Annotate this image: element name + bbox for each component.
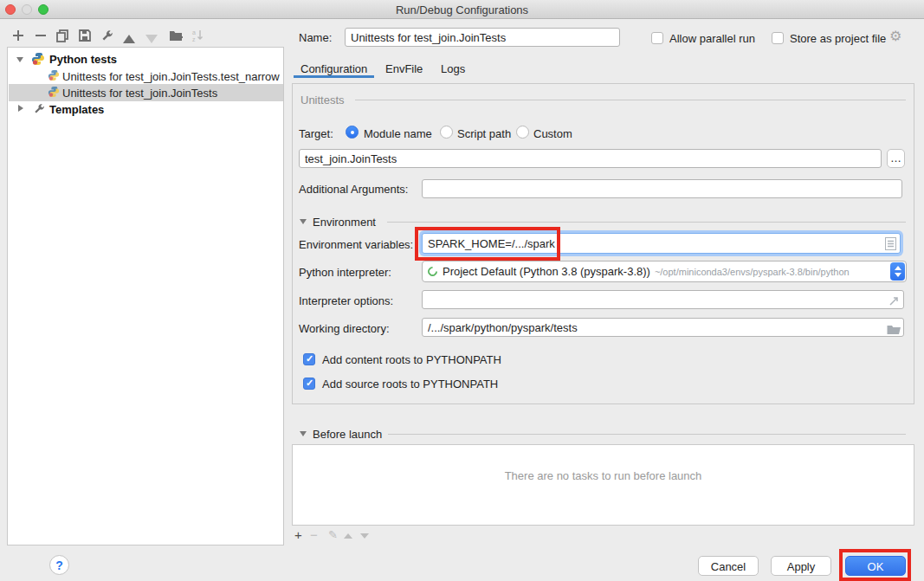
allow-parallel-run-label: Allow parallel run <box>669 32 755 45</box>
tree-item-python-tests[interactable]: Python tests <box>49 53 117 66</box>
save-icon[interactable] <box>78 29 92 42</box>
browse-module-button[interactable]: … <box>887 149 905 168</box>
ok-button[interactable]: OK <box>845 556 906 576</box>
python-interpreter-select[interactable]: Project Default (Python 3.8 (pyspark-3.8… <box>422 261 907 282</box>
run-debug-configurations-dialog: Run/Debug Configurations az Python tests… <box>0 0 924 581</box>
add-task-icon[interactable]: + <box>294 529 302 541</box>
before-launch-task-list <box>292 444 914 526</box>
working-directory-input[interactable] <box>422 318 904 337</box>
expand-arrow-icon[interactable] <box>18 105 23 112</box>
remove-icon[interactable] <box>34 29 48 42</box>
allow-parallel-run-checkbox[interactable] <box>651 32 663 44</box>
collapse-arrow-icon[interactable] <box>16 57 23 62</box>
configurations-tree: Python tests Unittests for test_join.Joi… <box>7 47 284 545</box>
python-interpreter-label: Python interpreter: <box>299 266 391 279</box>
add-icon[interactable] <box>11 29 25 42</box>
before-launch-collapse-arrow-icon[interactable] <box>300 431 307 436</box>
module-name-input[interactable] <box>299 149 882 168</box>
help-button[interactable]: ? <box>49 555 69 575</box>
tab-logs[interactable]: Logs <box>441 62 465 75</box>
radio-custom-label: Custom <box>533 127 572 140</box>
tab-envfile[interactable]: EnvFile <box>385 62 423 75</box>
python-interpreter-path: ~/opt/miniconda3/envs/pyspark-3.8/bin/py… <box>655 267 850 277</box>
before-launch-separator <box>388 434 906 435</box>
add-content-roots-checkbox[interactable] <box>303 353 315 365</box>
radio-script-path-label: Script path <box>457 127 511 140</box>
window-title: Run/Debug Configurations <box>0 3 924 16</box>
additional-arguments-input[interactable] <box>422 179 902 198</box>
additional-arguments-label: Additional Arguments: <box>299 183 408 196</box>
templates-wrench-icon <box>33 102 46 119</box>
tree-item-templates[interactable]: Templates <box>49 103 104 116</box>
add-source-roots-label: Add source roots to PYTHONPATH <box>322 378 498 391</box>
before-launch-empty-message: There are no tasks to run before launch <box>292 469 914 482</box>
interpreter-options-label: Interpreter options: <box>299 294 393 307</box>
titlebar: Run/Debug Configurations <box>0 0 924 19</box>
edit-task-pencil-icon[interactable]: ✎ <box>328 529 338 541</box>
apply-button[interactable]: Apply <box>771 556 831 576</box>
active-tab-underline <box>294 75 374 78</box>
remove-task-icon[interactable]: − <box>310 529 318 541</box>
target-label: Target: <box>299 127 333 140</box>
move-down-icon[interactable] <box>145 31 159 45</box>
python-test-icon <box>48 69 60 85</box>
copy-icon[interactable] <box>55 29 69 42</box>
python-interpreter-value: Project Default (Python 3.8 (pyspark-3.8… <box>443 265 650 278</box>
store-settings-gear-icon[interactable]: ⚙ <box>889 28 901 44</box>
edit-templates-wrench-icon[interactable] <box>100 29 114 42</box>
radio-script-path[interactable] <box>440 126 453 139</box>
move-up-icon[interactable] <box>123 31 137 45</box>
name-label: Name: <box>299 31 332 44</box>
environment-variables-input[interactable] <box>422 233 901 254</box>
add-source-roots-checkbox[interactable] <box>303 378 315 390</box>
browse-folder-icon[interactable] <box>887 322 901 338</box>
radio-custom[interactable] <box>516 126 529 139</box>
new-folder-icon[interactable] <box>169 29 183 43</box>
tree-item-unittests-jointests-selected[interactable]: Unittests for test_join.JoinTests <box>62 87 217 100</box>
move-task-down-icon[interactable] <box>360 533 369 539</box>
environment-collapse-arrow-icon[interactable] <box>300 219 307 224</box>
store-as-project-file-label: Store as project file <box>790 32 886 45</box>
add-content-roots-label: Add content roots to PYTHONPATH <box>322 353 501 366</box>
edit-environment-variables-icon[interactable] <box>885 237 896 254</box>
expand-field-icon[interactable] <box>888 294 899 310</box>
environment-group-title: Environment <box>313 216 376 229</box>
combo-stepper-icon[interactable] <box>890 262 905 281</box>
environment-separator <box>387 222 906 223</box>
move-task-up-icon[interactable] <box>344 533 352 539</box>
unittests-group-title: Unittests <box>300 94 345 107</box>
store-as-project-file-checkbox[interactable] <box>772 32 784 44</box>
environment-variables-label: Environment variables: <box>299 238 413 251</box>
tab-configuration[interactable]: Configuration <box>300 62 367 75</box>
before-launch-group-title: Before launch <box>313 428 382 441</box>
svg-text:a: a <box>192 29 196 36</box>
cancel-button[interactable]: Cancel <box>698 556 759 576</box>
sort-alphabetically-icon[interactable]: az <box>191 29 205 42</box>
tree-item-unittests-test-narrow[interactable]: Unittests for test_join.JoinTests.test_n… <box>62 70 280 83</box>
group-separator <box>355 100 906 100</box>
virtualenv-icon <box>426 265 440 279</box>
python-test-icon <box>48 86 60 101</box>
python-tests-icon <box>31 52 45 69</box>
svg-text:z: z <box>192 36 196 42</box>
radio-module-name[interactable] <box>346 126 359 139</box>
working-directory-label: Working directory: <box>299 322 390 335</box>
interpreter-options-input[interactable] <box>422 290 904 309</box>
radio-module-name-label: Module name <box>364 127 432 140</box>
name-input[interactable] <box>345 28 620 47</box>
